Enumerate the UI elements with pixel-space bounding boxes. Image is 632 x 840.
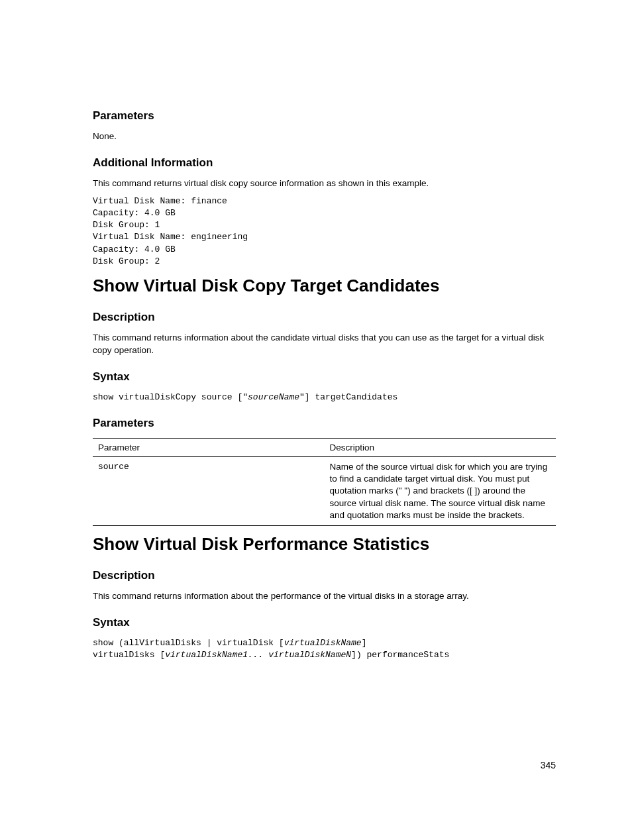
syntax2-l2-post: ]) performanceStats [351,650,449,660]
param-desc-cell: Name of the source virtual disk for whic… [325,456,556,525]
syntax-code-2: show (allVirtualDisks | virtualDisk [vir… [93,637,556,661]
description-text-1: This command returns information about t… [93,332,556,357]
parameters-none-text: None. [93,131,556,143]
heading-parameters-2: Parameters [93,417,556,430]
heading-syntax-2: Syntax [93,616,556,629]
col-description: Description [325,438,556,456]
example-output-code: Virtual Disk Name: finance Capacity: 4.0… [93,195,556,268]
syntax2-l1-post: ] [362,638,367,648]
heading-target-candidates: Show Virtual Disk Copy Target Candidates [93,276,556,296]
syntax-variable: sourceName [248,392,299,402]
syntax2-l2-var: virtualDiskName1... virtualDiskNameN [165,650,351,660]
syntax2-l1-pre: show (allVirtualDisks | virtualDisk [ [93,638,284,648]
syntax2-l2-pre: virtualDisks [ [93,650,165,660]
table-header-row: Parameter Description [93,438,556,456]
param-name-cell: source [93,456,325,525]
table-row: source Name of the source virtual disk f… [93,456,556,525]
col-parameter: Parameter [93,438,325,456]
heading-performance-statistics: Show Virtual Disk Performance Statistics [93,534,556,554]
heading-syntax-1: Syntax [93,370,556,384]
parameters-table: Parameter Description source Name of the… [93,438,556,526]
heading-description-1: Description [93,311,556,324]
page-number: 345 [541,760,556,770]
syntax2-l1-var: virtualDiskName [284,638,362,648]
heading-additional-information: Additional Information [93,156,556,170]
heading-parameters-1: Parameters [93,109,556,123]
heading-description-2: Description [93,569,556,582]
syntax-post: "] targetCandidates [299,392,397,402]
description-text-2: This command returns information about t… [93,590,556,603]
syntax-pre: show virtualDiskCopy source [" [93,392,248,402]
additional-info-text: This command returns virtual disk copy s… [93,178,556,190]
syntax-code-1: show virtualDiskCopy source ["sourceName… [93,392,556,403]
